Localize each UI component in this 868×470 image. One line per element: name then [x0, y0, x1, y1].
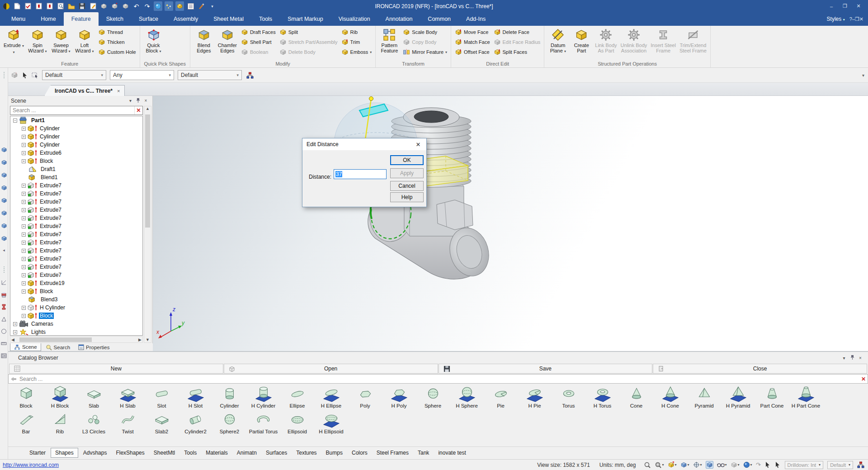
tree-item-extrude7[interactable]: +Extrude7 — [10, 181, 142, 190]
catalog-item-h-poly[interactable]: H Poly — [382, 384, 416, 408]
tab-visualization[interactable]: Visualization — [331, 12, 378, 26]
mirror-feature-button[interactable]: Mirror Feature▾ — [401, 47, 448, 57]
expand-icon[interactable]: + — [22, 127, 26, 131]
catalog-tab-starter[interactable]: Starter — [25, 448, 50, 457]
catalog-tab-materials[interactable]: Materials — [202, 448, 232, 457]
expand-icon[interactable]: + — [22, 208, 26, 212]
shape-block-8-icon[interactable] — [1, 235, 7, 242]
shape-block-7-icon[interactable] — [1, 223, 7, 229]
catalog-item-l3-circles[interactable]: L3 Circles — [77, 409, 111, 434]
tree-item-blend3[interactable]: Blend3 — [10, 295, 142, 304]
styles-dropdown[interactable]: Styles ▾ — [827, 16, 845, 22]
tree-item-extrude7[interactable]: +Extrude7 — [10, 198, 142, 206]
catalog-new-button[interactable]: New — [9, 364, 223, 374]
catalog-item-h-part-cone[interactable]: H Part Cone — [789, 384, 823, 408]
catalog-tab-textures[interactable]: Textures — [292, 448, 321, 457]
catalog-item-ellipsoid[interactable]: Ellipsoid — [280, 409, 314, 434]
catalog-item-h-ellipsoid[interactable]: H Ellipsoid — [314, 409, 348, 434]
tab-tools[interactable]: Tools — [251, 12, 280, 26]
catalog-tab-flexshapes[interactable]: FlexShapes — [112, 448, 148, 457]
expand-icon[interactable]: + — [22, 200, 26, 204]
tree-item-extrude7[interactable]: +Extrude7 — [10, 190, 142, 198]
redo-icon[interactable]: ↷ — [143, 1, 151, 11]
match-face-button[interactable]: Match Face — [453, 37, 491, 47]
offset-face-button[interactable]: Offset Face — [453, 47, 491, 57]
tree-item-extrude7[interactable]: +Extrude7 — [10, 271, 142, 279]
tab-assembly[interactable]: Assembly — [166, 12, 206, 26]
ibeam-tool-icon[interactable] — [1, 304, 7, 310]
panel-tab-scene[interactable]: Scene — [10, 343, 41, 351]
catalog-item-sphere[interactable]: Sphere — [416, 384, 450, 408]
insert-part-icon[interactable] — [110, 1, 119, 11]
cancel-button[interactable]: Cancel — [390, 181, 424, 191]
tab-feature[interactable]: Feature — [64, 12, 99, 26]
clear-search-icon[interactable]: ✕ — [859, 376, 868, 382]
catalog-tab-inovate-test[interactable]: inovate test — [434, 448, 470, 457]
close-icon[interactable]: × — [142, 98, 150, 103]
delete-face-button[interactable]: Delete Face — [492, 27, 542, 37]
tab-surface[interactable]: Surface — [131, 12, 166, 26]
viewport-3d[interactable]: z x y — [153, 96, 868, 352]
tree-item-extrude7[interactable]: +Extrude7 — [10, 214, 142, 222]
expand-icon[interactable]: + — [22, 249, 26, 253]
zoom-area-icon[interactable]: ▾ — [655, 461, 664, 469]
zoom-magnifier-icon[interactable] — [644, 461, 651, 469]
handle-dots-icon[interactable] — [3, 71, 5, 79]
tree-item-cylinder[interactable]: +Cylinder — [10, 124, 142, 133]
catalog-item-pie[interactable]: Pie — [484, 384, 518, 408]
catalog-tab-surfaces[interactable]: Surfaces — [262, 448, 291, 457]
tree-item-lights[interactable]: +Lights — [10, 328, 142, 336]
ironcad-link[interactable]: http://www.ironcad.com — [0, 462, 59, 468]
scrollbar-thumb[interactable] — [145, 114, 150, 228]
dialog-title-bar[interactable]: Edit Distance ✕ — [302, 138, 426, 150]
repeat-command-icon[interactable]: ↷ — [756, 461, 761, 468]
app-logo-icon[interactable] — [2, 1, 10, 11]
catalog-tab-steel-frames[interactable]: Steel Frames — [373, 448, 413, 457]
circle-tool-icon[interactable] — [1, 328, 7, 334]
filter-dropdown-1[interactable]: Default▾ — [42, 70, 106, 80]
expand-icon[interactable]: + — [13, 330, 17, 334]
tab-add-ins[interactable]: Add-Ins — [458, 12, 493, 26]
tree-item-extrude7[interactable]: +Extrude7 — [10, 238, 142, 247]
help-button[interactable]: Help — [390, 192, 424, 202]
catalog-open-button[interactable]: Open — [224, 364, 438, 374]
catalog-item-slab2[interactable]: Slab2 — [145, 409, 179, 434]
undo-icon[interactable]: ↶ — [132, 1, 141, 11]
list-view-icon[interactable] — [186, 1, 195, 11]
tab-sketch[interactable]: Sketch — [99, 12, 131, 26]
pin-icon[interactable] — [134, 98, 142, 104]
split-button[interactable]: Split — [278, 27, 339, 37]
catalog-item-h-cylinder[interactable]: H Cylinder — [246, 384, 280, 408]
catalog-item-h-torus[interactable]: H Torus — [585, 384, 619, 408]
catalog-item-cylinder[interactable]: Cylinder — [212, 384, 246, 408]
catalog-tab-shapes[interactable]: Shapes — [51, 448, 78, 458]
expand-icon[interactable]: + — [22, 159, 26, 163]
close-button[interactable]: ✕ — [852, 1, 865, 11]
quick-block-button[interactable]: QuickBlock ▾ — [142, 26, 165, 58]
tree-item-block[interactable]: +Block — [10, 157, 142, 165]
add-shape-icon[interactable]: ▾ — [668, 461, 677, 468]
tree-item-extrude7[interactable]: +Extrude7 — [10, 255, 142, 263]
shell-part-button[interactable]: Shell Part — [240, 37, 277, 47]
blue-shape-icon[interactable]: ▾ — [680, 461, 689, 468]
chevron-down-icon[interactable]: ▾ — [840, 356, 848, 361]
tree-item-part1[interactable]: −Part1 — [10, 116, 142, 124]
hierarchy-icon[interactable] — [857, 461, 864, 468]
tab-common[interactable]: Common — [420, 12, 458, 26]
spray-stars-icon[interactable] — [165, 1, 173, 11]
expand-icon[interactable]: + — [22, 306, 26, 310]
catalog-item-h-ellipse[interactable]: H Ellipse — [314, 384, 348, 408]
expand-icon[interactable]: + — [22, 233, 26, 237]
catalog-item-h-slab[interactable]: H Slab — [111, 384, 145, 408]
structure-tree-icon[interactable] — [246, 72, 254, 79]
loft-wizard-button[interactable]: LoftWizard ▾ — [73, 26, 96, 58]
assembly-gray-icon[interactable] — [121, 1, 130, 11]
catalog-item-twist[interactable]: Twist — [111, 409, 145, 434]
panel-tab-search[interactable]: Search — [42, 343, 74, 351]
print-tool-icon[interactable] — [1, 292, 7, 298]
shape-block-6-icon[interactable] — [1, 210, 7, 216]
ok-button[interactable]: OK — [390, 155, 424, 165]
select-cursor-icon[interactable] — [764, 461, 771, 468]
catalog-item-partial-torus[interactable]: Partial Torus — [246, 409, 280, 434]
catalog-item-sphere2[interactable]: Sphere2 — [212, 409, 246, 434]
